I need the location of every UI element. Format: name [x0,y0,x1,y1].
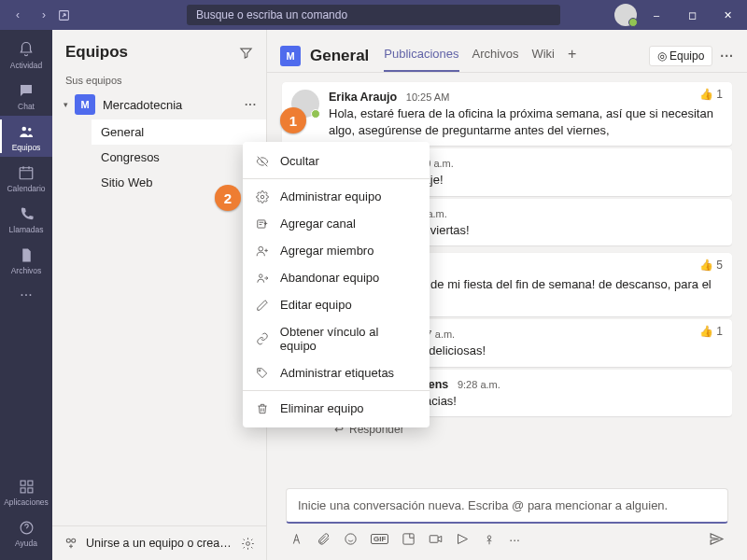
stream-icon[interactable] [456,532,470,546]
link-icon [256,332,271,345]
calendar-icon [17,163,35,182]
emoji-icon[interactable] [344,532,358,546]
step-badge-2: 2 [215,185,241,211]
join-team-label[interactable]: Unirse a un equipo o crea… [86,537,233,550]
chevron-down-icon: ▾ [63,100,75,109]
gear-icon[interactable] [241,537,255,551]
menu-add-channel[interactable]: Agregar canal [243,210,430,237]
menu-hide[interactable]: Ocultar [243,147,430,175]
app-rail: Actividad Chat Equipos Calendario Llamad… [0,30,52,560]
menu-get-link[interactable]: Obtener vínculo al equipo [243,318,430,359]
rail-apps[interactable]: Aplicaciones [0,470,52,511]
more-button[interactable]: ··· [720,49,734,63]
tab-add[interactable]: + [568,39,576,72]
gif-icon[interactable]: GIF [371,534,388,544]
rail-label: Chat [18,102,35,111]
tab-wiki[interactable]: Wiki [531,39,555,72]
back-button[interactable]: ‹ [6,4,30,26]
forward-button[interactable]: › [32,4,56,26]
channel-add-icon [256,217,271,231]
tabs: Publicaciones Archivos Wiki + [384,39,576,72]
attach-icon[interactable] [317,532,331,546]
close-button[interactable]: ✕ [712,2,743,28]
compose-toolbar: GIF ··· [286,524,728,547]
channel-item[interactable]: Congresos [92,145,266,170]
new-window-button[interactable] [58,4,82,26]
rail-teams[interactable]: Equipos [0,116,52,157]
phone-icon [17,204,35,223]
sticker-icon[interactable] [402,532,416,546]
reaction[interactable]: 👍 1 [699,88,723,101]
svg-point-11 [247,541,250,545]
menu-delete-team[interactable]: Eliminar equipo [243,395,430,422]
svg-point-19 [260,273,263,277]
svg-point-12 [345,534,356,544]
menu-manage-team[interactable]: Administrar equipo [243,183,430,210]
rail-help[interactable]: Ayuda [0,511,52,553]
tab-posts[interactable]: Publicaciones [384,39,458,72]
team-more-button[interactable]: ··· [245,98,257,111]
tag-icon [256,367,271,380]
person-add-icon [256,245,271,258]
channel-list: General Congresos Sitio Web [52,119,266,195]
search-input[interactable]: Busque o escriba un comando [187,5,560,25]
team-name: Mercadotecnia [103,98,182,112]
minimize-button[interactable]: – [641,2,672,28]
leave-icon [256,272,271,285]
rail-label: Archivos [11,266,42,275]
rail-chat[interactable]: Chat [0,75,52,116]
trash-icon [256,402,271,415]
filter-icon[interactable] [239,46,253,60]
svg-point-1 [22,127,27,132]
svg-rect-6 [21,487,25,492]
rail-calendar[interactable]: Calendario [0,157,52,198]
message[interactable]: Erika Araujo 10:25 AM Hola, estaré fuera… [282,82,732,146]
compose-input[interactable]: Inicie una conversación nueva. Escriba @… [286,488,728,524]
more-icon[interactable]: ··· [509,532,520,547]
help-icon [17,518,35,537]
tab-files[interactable]: Archivos [472,39,519,72]
menu-add-member[interactable]: Agregar miembro [243,237,430,264]
rail-calls[interactable]: Llamadas [0,198,52,239]
your-teams-label: Sus equipos [52,71,266,90]
reaction[interactable]: 👍 5 [699,259,723,272]
apps-icon [17,477,35,496]
compose-placeholder: Inicie una conversación nueva. Escriba @… [298,498,668,512]
rail-label: Ayuda [15,539,37,548]
team-button[interactable]: ◎ Equipo [649,46,713,66]
menu-leave-team[interactable]: Abandonar equipo [243,264,430,291]
menu-edit-team[interactable]: Editar equipo [243,291,430,318]
channel-item[interactable]: General [92,119,266,145]
svg-point-15 [488,535,492,539]
reaction[interactable]: 👍 1 [699,325,723,338]
svg-point-10 [72,539,76,542]
chat-icon [17,81,35,100]
svg-point-9 [66,539,70,542]
svg-rect-4 [21,481,25,485]
rail-files[interactable]: Archivos [0,239,52,280]
rail-label: Aplicaciones [4,497,49,507]
team-row[interactable]: ▾ M Mercadotecnia ··· [52,90,266,119]
user-avatar[interactable] [614,4,637,26]
praise-icon[interactable] [483,533,496,546]
rail-label: Calendario [7,184,45,193]
channel-item[interactable]: Sitio Web [92,170,266,195]
chat-header: M General Publicaciones Archivos Wiki + … [267,30,747,73]
teams-pane: Equipos Sus equipos ▾ M Mercadotecnia ··… [52,30,267,560]
send-icon[interactable] [709,531,725,547]
sender-name: Erika Araujo [329,91,397,104]
compose-area: Inicie una conversación nueva. Escriba @… [267,479,747,560]
format-icon[interactable] [289,532,303,546]
rail-more[interactable]: ··· [0,280,52,310]
meet-icon[interactable] [429,532,443,546]
gear-icon [256,190,271,203]
message-text: Hola, estaré fuera de la oficina la próx… [329,105,723,138]
maximize-button[interactable]: ◻ [676,2,708,28]
rail-label: Llamadas [9,225,44,234]
timestamp: 9:28 a.m. [458,379,500,390]
svg-rect-14 [430,536,439,543]
menu-manage-tags[interactable]: Administrar etiquetas [243,359,430,386]
rail-activity[interactable]: Actividad [0,34,52,75]
join-team-icon[interactable] [63,536,78,551]
pencil-icon [256,299,271,312]
